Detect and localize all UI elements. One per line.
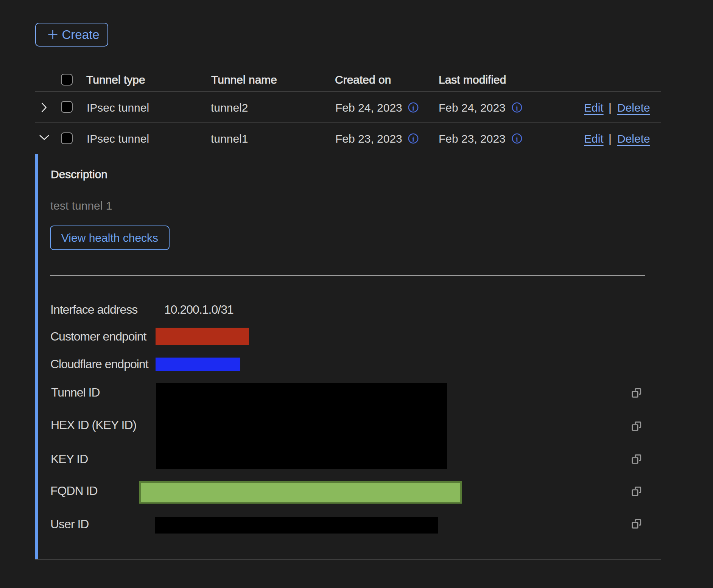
svg-text:i: i: [412, 135, 414, 143]
svg-text:i: i: [412, 104, 414, 112]
svg-text:i: i: [516, 104, 518, 112]
svg-text:i: i: [516, 135, 518, 143]
